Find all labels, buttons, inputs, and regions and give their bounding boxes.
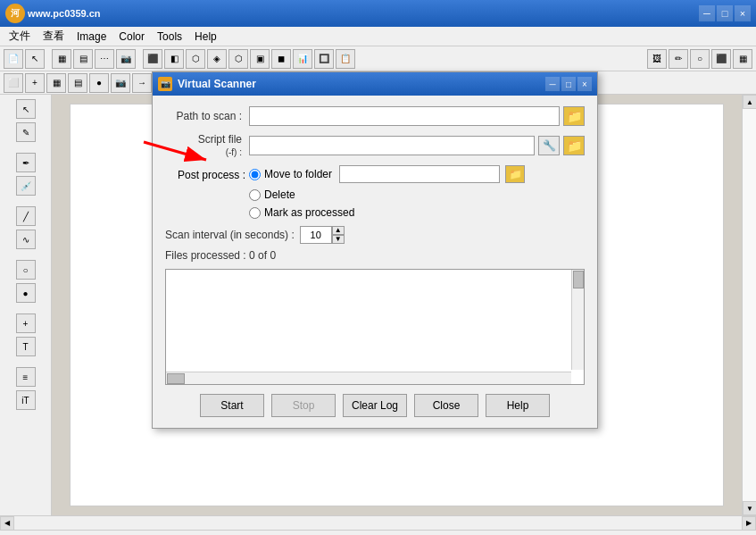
move-folder-input[interactable] <box>339 165 500 183</box>
tb2-4[interactable]: ▤ <box>68 73 87 93</box>
right-scrollbar[interactable]: ▲ ▼ <box>742 95 756 515</box>
logo-area: 河 www.pc0359.cn <box>5 4 101 23</box>
tb-t4[interactable]: ◈ <box>207 49 227 69</box>
dialog-icon: 📷 <box>158 77 172 91</box>
lt-circle[interactable]: ○ <box>16 260 36 280</box>
script-tool-btn[interactable]: 🔧 <box>538 136 560 155</box>
lt-eyedrop[interactable]: 💉 <box>16 176 36 196</box>
tb2-6[interactable]: 📷 <box>111 73 130 93</box>
tb2-3[interactable]: ▦ <box>46 73 66 93</box>
minimize-button[interactable]: ─ <box>699 5 715 21</box>
path-label: Path to scan : <box>165 110 245 122</box>
move-folder-btn[interactable]: 📁 <box>505 165 525 183</box>
lt-pen[interactable]: ✒ <box>16 153 36 172</box>
menu-color[interactable]: Color <box>113 29 150 45</box>
tb-right4[interactable]: ⬛ <box>711 49 731 69</box>
lt-brush[interactable]: ✎ <box>16 122 36 142</box>
log-scroll-thumb-v[interactable] <box>573 271 584 288</box>
start-button[interactable]: Start <box>200 394 264 417</box>
log-scroll-thumb-h[interactable] <box>167 373 185 384</box>
tb-t2[interactable]: ◧ <box>164 49 184 69</box>
stop-button[interactable]: Stop <box>271 394 336 417</box>
path-folder-btn[interactable]: 📁 <box>563 106 585 126</box>
lt-arrow[interactable]: ↖ <box>16 99 36 119</box>
radio-move-input[interactable] <box>249 169 261 180</box>
maximize-button[interactable]: □ <box>717 5 733 21</box>
lt-fill[interactable]: ● <box>16 283 36 303</box>
scroll-track-v[interactable] <box>743 109 756 501</box>
lt-table2[interactable]: iT <box>16 390 36 410</box>
script-input[interactable] <box>249 136 535 155</box>
tb-cursor[interactable]: ↖ <box>25 49 45 69</box>
menu-image[interactable]: Image <box>71 29 112 45</box>
lt-curve[interactable]: ∿ <box>16 230 36 249</box>
lt-plus[interactable]: + <box>16 313 36 333</box>
menu-help[interactable]: Help <box>189 29 222 45</box>
menu-view[interactable]: 查看 <box>37 27 70 46</box>
top-bar: 河 www.pc0359.cn ─ □ × <box>0 0 756 27</box>
site-text: www.pc0359.cn <box>28 8 101 19</box>
scan-interval-input[interactable] <box>300 226 332 244</box>
dialog-titlebar: 📷 Virtual Scanner ─ □ × <box>153 72 597 96</box>
log-scrollbar-v[interactable] <box>571 270 584 370</box>
tb-t9[interactable]: 🔲 <box>314 49 334 69</box>
tb-t8[interactable]: 📊 <box>293 49 312 69</box>
logo-icon: 河 <box>5 4 25 23</box>
tb2-5[interactable]: ● <box>89 73 109 93</box>
tb-t5[interactable]: ⬡ <box>228 49 248 69</box>
bottom-scrollbar[interactable]: ◀ ▶ <box>0 515 756 530</box>
radio-delete-input[interactable] <box>249 189 261 201</box>
menu-bar: 文件 查看 Image Color Tools Help <box>0 27 756 46</box>
scroll-down-arrow[interactable]: ▼ <box>743 501 756 515</box>
menu-tools[interactable]: Tools <box>152 29 187 45</box>
script-row: Script file (-f) : 🔧 📁 <box>165 133 585 158</box>
close-dialog-button[interactable]: Close <box>414 394 478 417</box>
script-folder-btn[interactable]: 📁 <box>563 136 585 155</box>
tb-grid1[interactable]: ▦ <box>52 49 71 69</box>
tb2-2[interactable]: + <box>25 73 45 93</box>
post-process-row1: Post process : Move to folder 📁 <box>165 165 585 185</box>
menu-file[interactable]: 文件 <box>4 27 36 46</box>
scroll-up-arrow[interactable]: ▲ <box>743 95 756 109</box>
tb-new[interactable]: 📄 <box>4 49 23 69</box>
tb-scan[interactable]: 📷 <box>116 49 136 69</box>
tb-t6[interactable]: ▣ <box>250 49 270 69</box>
tb-t10[interactable]: 📋 <box>336 49 355 69</box>
path-input[interactable] <box>249 106 560 126</box>
tb-dots[interactable]: ⋯ <box>95 49 114 69</box>
dialog-title: Virtual Scanner <box>178 78 545 90</box>
dialog-window-controls: ─ □ × <box>545 77 592 91</box>
tb-t7[interactable]: ◼ <box>271 49 291 69</box>
spin-up[interactable]: ▲ <box>332 226 345 235</box>
tb-t1[interactable]: ⬛ <box>143 49 162 69</box>
files-processed-label: Files processed : 0 of 0 <box>165 249 585 262</box>
tb-right1[interactable]: 🖼 <box>647 49 667 69</box>
scroll-right-arrow[interactable]: ▶ <box>742 516 756 531</box>
tb2-arrow[interactable]: → <box>132 73 152 93</box>
window-controls: ─ □ × <box>699 5 751 21</box>
tb-grid2[interactable]: ▤ <box>73 49 93 69</box>
radio-mark-label: Mark as processed <box>264 206 354 219</box>
scroll-left-arrow[interactable]: ◀ <box>0 516 14 531</box>
close-button[interactable]: × <box>735 5 751 21</box>
post-process-row3: Mark as processed <box>165 206 585 221</box>
lt-text[interactable]: T <box>16 337 36 356</box>
help-button[interactable]: Help <box>486 394 550 417</box>
log-area <box>165 269 585 385</box>
radio-mark-input[interactable] <box>249 207 261 219</box>
log-scrollbar-h[interactable] <box>166 372 571 384</box>
tb-right3[interactable]: ○ <box>690 49 710 69</box>
dialog-minimize[interactable]: ─ <box>545 77 560 91</box>
spin-down[interactable]: ▼ <box>332 235 345 244</box>
clear-log-button[interactable]: Clear Log <box>343 394 407 417</box>
tb-t3[interactable]: ⬡ <box>186 49 205 69</box>
lt-line[interactable]: ╱ <box>16 206 36 226</box>
dialog-maximize[interactable]: □ <box>561 77 576 91</box>
post-process-section: Post process : Move to folder 📁 Delete <box>165 165 585 221</box>
tb-right5[interactable]: ▦ <box>733 49 752 69</box>
dialog-close[interactable]: × <box>577 77 592 91</box>
lt-table1[interactable]: ≡ <box>16 367 36 387</box>
tb2-1[interactable]: ⬜ <box>4 73 23 93</box>
post-process-row2: Delete <box>165 188 585 203</box>
tb-right2[interactable]: ✏ <box>669 49 688 69</box>
